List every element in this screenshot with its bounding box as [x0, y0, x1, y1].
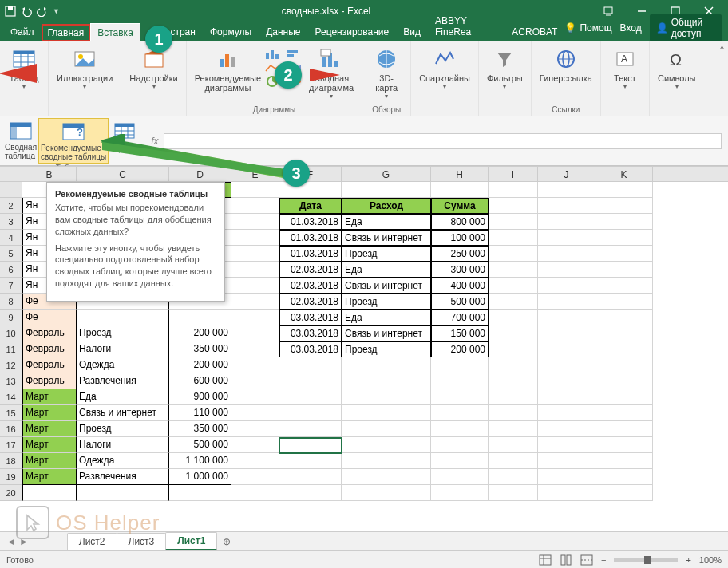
cell[interactable]: [595, 341, 653, 357]
cell[interactable]: 700 000: [431, 310, 489, 325]
cell[interactable]: [538, 214, 595, 230]
view-break-icon[interactable]: [580, 554, 593, 566]
row-header[interactable]: 11: [0, 341, 22, 357]
cell[interactable]: 01.03.2018: [279, 246, 342, 262]
col-h[interactable]: H: [431, 167, 489, 181]
col-k[interactable]: K: [595, 167, 653, 181]
cell[interactable]: [231, 469, 279, 485]
cell[interactable]: [231, 437, 279, 453]
add-sheet-button[interactable]: ⊕: [216, 536, 237, 547]
sheet-tab-3[interactable]: Лист1: [165, 532, 217, 550]
cell[interactable]: [279, 437, 342, 453]
cell[interactable]: [231, 182, 279, 198]
cell[interactable]: [595, 437, 653, 453]
cell[interactable]: [595, 182, 653, 198]
row-header[interactable]: 5: [0, 246, 22, 262]
cell[interactable]: 500 000: [431, 294, 489, 310]
cell[interactable]: [595, 357, 653, 373]
view-page-icon[interactable]: [560, 554, 572, 566]
cell[interactable]: [77, 485, 169, 501]
cell[interactable]: [489, 485, 538, 501]
tab-formulas[interactable]: Формулы: [203, 22, 259, 41]
cell[interactable]: 02.03.2018: [279, 278, 342, 294]
cell[interactable]: Связь и интернет: [342, 325, 431, 341]
cell[interactable]: [279, 373, 342, 389]
tab-review[interactable]: Рецензирование: [308, 22, 397, 41]
cell[interactable]: [538, 278, 595, 294]
cell[interactable]: 110 000: [169, 405, 231, 421]
cell[interactable]: [595, 294, 653, 310]
qat-dropdown-icon[interactable]: ▼: [53, 7, 60, 15]
cell[interactable]: [538, 437, 595, 453]
cell[interactable]: [595, 198, 653, 214]
cell[interactable]: [538, 246, 595, 262]
cell[interactable]: [489, 373, 538, 389]
cell[interactable]: Одежда: [77, 453, 169, 469]
cell[interactable]: [431, 182, 489, 198]
cell[interactable]: [431, 453, 489, 469]
cell[interactable]: 600 000: [169, 373, 231, 389]
cell[interactable]: [431, 485, 489, 501]
cell[interactable]: Еда: [342, 262, 431, 278]
cell[interactable]: [231, 294, 279, 310]
cell[interactable]: [431, 389, 489, 405]
cell[interactable]: Февраль: [22, 357, 77, 373]
cell[interactable]: [342, 421, 431, 437]
col-e[interactable]: E: [231, 167, 279, 181]
cell[interactable]: Развлечения: [77, 373, 169, 389]
cell[interactable]: [595, 230, 653, 246]
cell[interactable]: Февраль: [22, 341, 77, 357]
cell[interactable]: [595, 310, 653, 325]
cell[interactable]: [279, 405, 342, 421]
cell[interactable]: [342, 453, 431, 469]
row-header[interactable]: 4: [0, 230, 22, 246]
formula-bar[interactable]: [164, 133, 722, 149]
redo-icon[interactable]: [37, 6, 48, 17]
pivot-table-button[interactable]: Сводная таблица: [3, 118, 38, 164]
row-header[interactable]: 18: [0, 453, 22, 469]
cell[interactable]: [279, 485, 342, 501]
chart-type-1[interactable]: [264, 48, 285, 61]
cell[interactable]: Проезд: [342, 246, 431, 262]
tab-abbyy[interactable]: ABBYY FineRea: [428, 11, 504, 41]
cell[interactable]: [231, 421, 279, 437]
cell[interactable]: [231, 310, 279, 325]
cell[interactable]: Март: [22, 453, 77, 469]
select-all-corner[interactable]: [0, 167, 22, 181]
hyperlink-button[interactable]: Гиперссылка: [536, 45, 595, 85]
undo-icon[interactable]: [21, 6, 32, 17]
symbols-button[interactable]: Ω Символы▾: [655, 45, 699, 92]
tab-view[interactable]: Вид: [396, 22, 428, 41]
row-header[interactable]: [0, 182, 22, 198]
zoom-slider[interactable]: [614, 558, 678, 562]
cell[interactable]: Налоги: [77, 437, 169, 453]
cell[interactable]: Проезд: [77, 325, 169, 341]
cell[interactable]: 01.03.2018: [279, 230, 342, 246]
cell[interactable]: 1 100 000: [169, 453, 231, 469]
row-header[interactable]: 15: [0, 405, 22, 421]
cell[interactable]: [538, 389, 595, 405]
cell[interactable]: [231, 230, 279, 246]
table-small-button[interactable]: [109, 118, 140, 164]
cell[interactable]: [231, 485, 279, 501]
cell[interactable]: [431, 469, 489, 485]
cell[interactable]: 01.03.2018: [279, 214, 342, 230]
cell[interactable]: 1 000 000: [169, 469, 231, 485]
view-normal-icon[interactable]: [539, 554, 552, 566]
cell[interactable]: [489, 341, 538, 357]
cell[interactable]: 200 000: [431, 341, 489, 357]
cell[interactable]: Расход: [342, 198, 431, 214]
cell[interactable]: [595, 421, 653, 437]
row-header[interactable]: 16: [0, 421, 22, 437]
cell[interactable]: [342, 182, 431, 198]
cell[interactable]: [538, 294, 595, 310]
text-button[interactable]: A Текст▾: [606, 45, 644, 92]
help-button[interactable]: 💡 Помощ: [564, 22, 611, 34]
cell[interactable]: 03.03.2018: [279, 310, 342, 325]
cell[interactable]: [538, 469, 595, 485]
cell[interactable]: Фе: [22, 310, 77, 325]
col-d[interactable]: D: [169, 167, 231, 181]
zoom-in-icon[interactable]: +: [686, 555, 690, 565]
cell[interactable]: Связь и интернет: [342, 278, 431, 294]
filters-button[interactable]: Фильтры▾: [484, 45, 526, 92]
